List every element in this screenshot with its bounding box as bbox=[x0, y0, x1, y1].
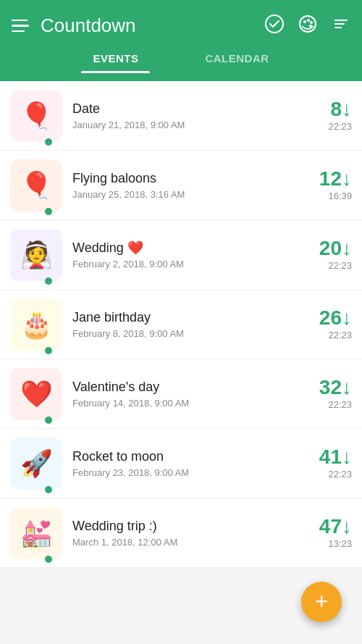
countdown-days: 12↓ bbox=[301, 169, 352, 189]
list-item[interactable]: 🎈 Date January 21, 2018, 9:00 AM 8↓ 22:2… bbox=[0, 81, 362, 151]
countdown-time: 22:23 bbox=[301, 330, 352, 340]
event-info: Wedding ❤️ February 2, 2018, 9:00 AM bbox=[72, 240, 301, 269]
add-event-button[interactable]: + bbox=[301, 582, 342, 622]
event-countdown: 26↓ 22:23 bbox=[301, 308, 352, 340]
event-icon: 👰 bbox=[10, 229, 62, 281]
event-dot bbox=[45, 486, 52, 493]
event-name: Flying baloons bbox=[72, 171, 301, 186]
countdown-time: 22:23 bbox=[301, 399, 352, 410]
event-name: Wedding trip :) bbox=[72, 519, 301, 534]
event-info: Wedding trip :) March 1, 2018, 12:00 AM bbox=[72, 519, 301, 548]
event-countdown: 12↓ 16:39 bbox=[301, 169, 352, 201]
event-date: March 1, 2018, 12:00 AM bbox=[72, 537, 301, 548]
svg-point-0 bbox=[266, 15, 283, 33]
event-icon: 💒 bbox=[10, 507, 62, 559]
event-icon: ❤️ bbox=[10, 368, 62, 420]
check-icon[interactable] bbox=[265, 14, 284, 38]
countdown-time: 16:39 bbox=[301, 191, 352, 201]
countdown-time: 22:23 bbox=[301, 121, 352, 132]
countdown-time: 13:23 bbox=[301, 538, 352, 549]
event-info: Rocket to moon February 23, 2018, 9:00 A… bbox=[72, 449, 301, 478]
event-info: Jane birthday February 8, 2018, 9:00 AM bbox=[72, 310, 301, 339]
countdown-days: 26↓ bbox=[301, 308, 352, 328]
event-date: February 8, 2018, 9:00 AM bbox=[72, 328, 301, 339]
event-dot bbox=[45, 208, 52, 215]
countdown-days: 8↓ bbox=[301, 99, 352, 120]
event-info: Flying baloons January 25, 2018, 3:16 AM bbox=[72, 171, 301, 200]
countdown-time: 22:23 bbox=[301, 469, 352, 480]
event-icon: 🎈 bbox=[10, 90, 62, 142]
header-actions bbox=[265, 14, 350, 38]
svg-point-3 bbox=[307, 19, 310, 22]
event-date: February 23, 2018, 9:00 AM bbox=[72, 467, 301, 478]
event-name: Date bbox=[72, 101, 301, 117]
countdown-days: 47↓ bbox=[301, 517, 352, 537]
event-icon: 🎂 bbox=[10, 298, 62, 351]
event-dot bbox=[45, 556, 52, 563]
menu-button[interactable] bbox=[12, 20, 29, 33]
app-header: Countdown bbox=[0, 0, 362, 81]
event-dot bbox=[45, 277, 52, 285]
event-countdown: 47↓ 13:23 bbox=[301, 517, 352, 549]
svg-point-4 bbox=[310, 21, 313, 24]
event-icon: 🚀 bbox=[10, 438, 62, 490]
event-info: Date January 21, 2018, 9:00 AM bbox=[72, 101, 301, 130]
countdown-days: 20↓ bbox=[301, 238, 352, 259]
list-item[interactable]: 🎈 Flying baloons January 25, 2018, 3:16 … bbox=[0, 151, 362, 220]
event-name: Jane birthday bbox=[72, 310, 301, 325]
list-item[interactable]: 🎂 Jane birthday February 8, 2018, 9:00 A… bbox=[0, 290, 362, 359]
tab-events[interactable]: EVENTS bbox=[81, 43, 150, 73]
event-countdown: 20↓ 22:23 bbox=[301, 238, 352, 271]
svg-point-2 bbox=[303, 20, 306, 23]
list-item[interactable]: 💒 Wedding trip :) March 1, 2018, 12:00 A… bbox=[0, 498, 362, 568]
add-icon: + bbox=[315, 590, 329, 613]
sort-icon[interactable] bbox=[332, 14, 350, 38]
list-item[interactable]: 👰 Wedding ❤️ February 2, 2018, 9:00 AM 2… bbox=[0, 220, 362, 290]
event-name: Wedding ❤️ bbox=[72, 240, 301, 256]
event-dot bbox=[45, 347, 52, 354]
countdown-time: 22:23 bbox=[301, 260, 352, 271]
event-info: Valentine's day February 14, 2018, 9:00 … bbox=[72, 380, 301, 409]
tab-calendar[interactable]: CALENDAR bbox=[193, 43, 280, 73]
event-list: 🎈 Date January 21, 2018, 9:00 AM 8↓ 22:2… bbox=[0, 81, 362, 568]
event-countdown: 41↓ 22:23 bbox=[301, 447, 352, 480]
countdown-days: 32↓ bbox=[301, 377, 352, 398]
list-item[interactable]: 🚀 Rocket to moon February 23, 2018, 9:00… bbox=[0, 429, 362, 498]
event-date: February 14, 2018, 9:00 AM bbox=[72, 398, 301, 409]
event-dot bbox=[45, 138, 52, 146]
event-countdown: 8↓ 22:23 bbox=[301, 99, 352, 132]
list-item[interactable]: ❤️ Valentine's day February 14, 2018, 9:… bbox=[0, 359, 362, 429]
countdown-days: 41↓ bbox=[301, 447, 352, 467]
event-name: Rocket to moon bbox=[72, 449, 301, 464]
palette-icon[interactable] bbox=[298, 14, 317, 38]
event-icon: 🎈 bbox=[10, 159, 62, 212]
event-date: January 25, 2018, 3:16 AM bbox=[72, 189, 301, 200]
event-countdown: 32↓ 22:23 bbox=[301, 377, 352, 410]
app-title: Countdown bbox=[41, 14, 265, 37]
event-dot bbox=[45, 417, 52, 424]
tab-bar: EVENTS CALENDAR bbox=[12, 43, 350, 73]
event-name: Valentine's day bbox=[72, 380, 301, 395]
event-date: February 2, 2018, 9:00 AM bbox=[72, 259, 301, 269]
event-date: January 21, 2018, 9:00 AM bbox=[72, 120, 301, 130]
